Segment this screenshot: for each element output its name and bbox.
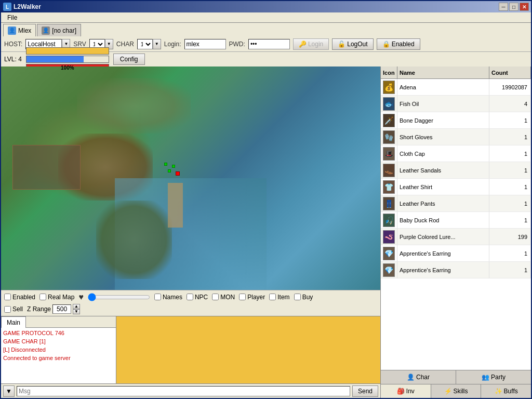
mon-label: MON [220,294,235,301]
sell-checkbox-group: Sell [4,305,23,313]
login-input[interactable] [184,39,226,49]
sell-checkbox[interactable] [4,306,11,313]
inv-count-purplelure: 199 [489,229,531,245]
z-range-stepper: ▲ ▼ [73,304,80,314]
party-tab-label: Party [491,374,506,381]
title-bar: L L2Walker ─ □ ✕ [1,1,531,12]
mlex-tab-icon: 👤 [8,26,16,35]
send-button[interactable]: Send [352,385,378,397]
inv-row-leathersandals[interactable]: 👞 Leather Sandals 1 [381,162,531,179]
z-range-group: Z Range ▲ ▼ [27,304,80,314]
buy-checkbox-group: Buy [294,294,313,301]
z-range-down[interactable]: ▼ [73,309,80,314]
close-button[interactable]: ✕ [520,3,529,11]
char-dropdown-btn[interactable]: ▼ [153,39,161,49]
inv-icon-earring2: 💎 [381,262,397,278]
inv-icon-purplelure: 🪱 [381,229,397,245]
inv-count-leathershirt: 1 [489,179,531,195]
z-range-up[interactable]: ▲ [73,304,80,309]
mlex-tab-label: Mlex [18,27,31,34]
party-dot-1 [164,163,167,166]
mp-bar-fill [26,56,84,62]
chat-input[interactable] [17,386,350,396]
config-button[interactable]: Config [113,54,145,65]
item-checkbox-group: Item [269,294,289,301]
inv-row-shortgloves[interactable]: 🧤 Short Gloves 1 [381,129,531,145]
names-label: Names [163,294,182,301]
skills-tab-label: Skills [454,388,468,395]
inv-count-fishoil: 4 [489,96,531,112]
window-title: L2Walker [14,3,41,10]
party-tab[interactable]: 👥 Party [456,370,531,384]
inv-row-clothcap[interactable]: 🎩 Cloth Cap 1 [381,145,531,162]
minimize-button[interactable]: ─ [499,3,508,11]
range-slider[interactable] [88,293,150,301]
inv-row-bonedagger[interactable]: 🗡️ Bone Dagger 1 [381,112,531,129]
inv-name-leathershirt: Leather Shirt [397,179,489,195]
pwd-label: PWD: [229,41,245,48]
inv-count-clothcap: 1 [489,145,531,162]
map-container[interactable] [1,66,380,290]
inv-row-earring1[interactable]: 💎 Apprentice's Earring 1 [381,245,531,262]
logout-button[interactable]: 🔓 LogOut [332,38,373,50]
inv-bottom-tabs: 👤 Char 👥 Party 🎒 Inv ⚡ Skills [381,370,531,398]
item-checkbox[interactable] [269,294,276,300]
inv-row-adena[interactable]: 💰 Adena 19902087 [381,79,531,96]
enabled-checkbox-group: Enabled [4,294,35,301]
skills-tab[interactable]: ⚡ Skills [431,384,482,398]
pwd-input[interactable] [248,39,290,49]
inv-icon-earring1: 💎 [381,245,397,261]
inv-tab[interactable]: 🎒 Inv [381,384,431,398]
inv-row-fishoil[interactable]: 🐟 Fish Oil 4 [381,96,531,112]
title-bar-left: L L2Walker [3,3,41,11]
menu-bar: File [1,12,531,23]
enabled-button[interactable]: 🔒 Enabled [377,38,420,50]
inv-name-adena: Adena [397,79,489,95]
inv-table-header: Icon Name Count [381,66,531,79]
player-checkbox[interactable] [239,294,246,300]
tab-nochar[interactable]: 👤 [no char] [37,24,81,36]
player-checkbox-group: Player [239,294,265,301]
inv-count-babyduckrod: 1 [489,212,531,228]
login-button[interactable]: 🔑 Login [293,38,329,50]
z-range-input[interactable] [52,304,71,314]
party-tab-icon: 👥 [482,374,489,381]
inv-name-leatherpants: Leather Pants [397,195,489,211]
char-select[interactable]: 1 [137,39,153,49]
chat-tab-main[interactable]: Main [1,316,26,328]
enabled-checkbox[interactable] [4,294,11,300]
buy-checkbox[interactable] [294,294,301,300]
inv-name-leathersandals: Leather Sandals [397,162,489,178]
item-label: Item [277,294,289,301]
inv-row-babyduckrod[interactable]: 🎣 Baby Duck Rod 1 [381,212,531,229]
file-menu[interactable]: File [3,13,21,22]
chat-msg-2: GAME CHAR [1] [3,337,114,345]
inv-name-clothcap: Cloth Cap [397,145,489,162]
inv-row-purplelure[interactable]: 🪱 Purple Colored Lure... 199 [381,229,531,245]
inv-count-earring1: 1 [489,245,531,261]
maximize-button[interactable]: □ [509,3,518,11]
stats-bar: LVL: 4 100% Config [1,52,531,66]
buffs-tab[interactable]: ✨ Buffs [481,384,531,398]
inventory-table: Icon Name Count 💰 Adena 19902087 🐟 Fish … [381,66,531,370]
mon-checkbox[interactable] [212,294,219,300]
heart-icon: ♥ [78,292,84,302]
inv-tab-icon: 🎒 [397,388,405,395]
npc-checkbox[interactable] [187,294,193,300]
inv-count-leatherpants: 1 [489,195,531,211]
chat-msg-3: [L] Disconnected [3,345,114,354]
z-range-label: Z Range [27,305,51,313]
chat-dropdown-btn[interactable]: ▼ [3,385,15,397]
inv-name-fishoil: Fish Oil [397,96,489,112]
inv-count-leathersandals: 1 [489,162,531,178]
inv-row-leathershirt[interactable]: 👕 Leather Shirt 1 [381,179,531,195]
real-map-checkbox[interactable] [39,294,46,300]
tab-mlex[interactable]: 👤 Mlex [3,24,36,36]
hp-bars: 100% [26,47,109,71]
char-tab[interactable]: 👤 Char [381,370,456,384]
names-checkbox[interactable] [154,294,161,300]
inv-icon-adena: 💰 [381,79,397,95]
inv-count-bonedagger: 1 [489,112,531,128]
inv-row-leatherpants[interactable]: 👖 Leather Pants 1 [381,195,531,212]
inv-row-earring2[interactable]: 💎 Apprentice's Earring 1 [381,262,531,278]
